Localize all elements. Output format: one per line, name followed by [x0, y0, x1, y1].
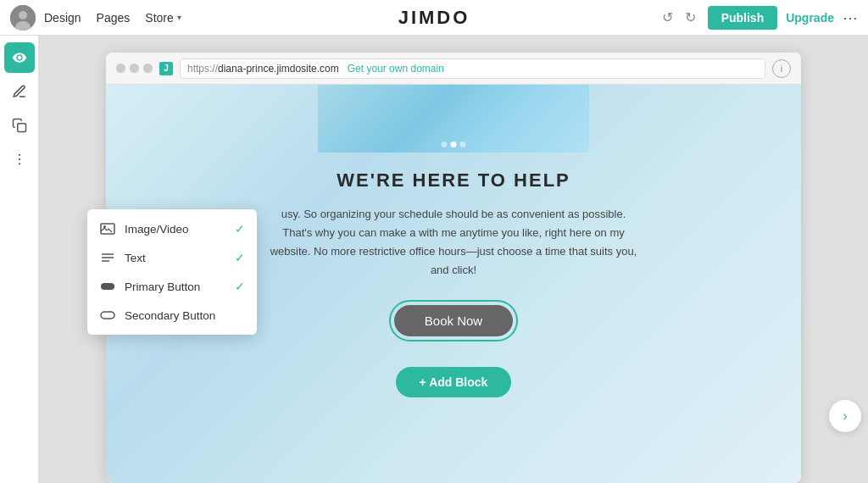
sidebar-pen-button[interactable] — [4, 76, 35, 107]
dot-yellow — [130, 64, 139, 73]
browser-dots — [116, 64, 153, 73]
browser-favicon: J — [159, 62, 173, 75]
nav-right: ↺ ↻ Publish Upgrade ⋯ — [659, 6, 858, 30]
primary-button-check: ✓ — [235, 280, 245, 293]
text-icon — [99, 251, 116, 264]
chevron-down-icon: ▾ — [177, 13, 181, 22]
browser-bar: J https:// diana-prince.jimdosite.com Ge… — [106, 53, 801, 85]
dropdown-item-text[interactable]: Text ✓ — [87, 243, 257, 272]
avatar[interactable] — [10, 5, 36, 31]
svg-point-5 — [18, 158, 19, 160]
sidebar-eye-button[interactable] — [4, 42, 35, 73]
book-btn-wrapper: Book Now — [389, 300, 518, 341]
pages-link[interactable]: Pages — [97, 11, 131, 25]
undo-button[interactable]: ↺ — [659, 8, 676, 27]
upgrade-button[interactable]: Upgrade — [786, 11, 834, 25]
svg-point-1 — [19, 11, 27, 19]
image-video-icon — [99, 222, 116, 236]
redo-button[interactable]: ↻ — [682, 8, 699, 27]
dropdown-item-primary-button[interactable]: Primary Button ✓ — [87, 272, 257, 301]
nav-links: Design Pages Store ▾ — [44, 11, 181, 25]
section-text: usy. So organizing your schedule should … — [267, 205, 640, 280]
undo-redo-group: ↺ ↻ — [659, 8, 699, 27]
browser-url-bar[interactable]: https:// diana-prince.jimdosite.com Get … — [180, 58, 765, 79]
book-now-button[interactable]: Book Now — [394, 305, 513, 336]
browser-info-button[interactable]: i — [772, 59, 791, 78]
more-options-button[interactable]: ⋯ — [843, 8, 858, 27]
svg-point-6 — [18, 163, 19, 164]
image-video-check: ✓ — [235, 222, 245, 236]
dropdown-item-image-video[interactable]: Image/Video ✓ — [87, 214, 257, 243]
sidebar — [0, 36, 39, 483]
dropdown-item-secondary-button-label: Secondary Button — [125, 309, 215, 322]
top-navigation: Design Pages Store ▾ JIMDO ↺ ↻ Publish U… — [0, 0, 868, 36]
url-domain: diana-prince.jimdosite.com — [218, 63, 339, 75]
secondary-button-icon — [99, 308, 116, 322]
dropdown-item-secondary-button[interactable]: Secondary Button — [87, 301, 257, 330]
svg-point-4 — [18, 154, 19, 156]
publish-button[interactable]: Publish — [708, 6, 778, 30]
section-title: WE'RE HERE TO HELP — [337, 169, 570, 192]
design-link[interactable]: Design — [44, 11, 81, 25]
primary-button-icon — [99, 280, 116, 293]
dropdown-item-image-video-label: Image/Video — [125, 223, 189, 236]
block-type-dropdown: Image/Video ✓ Text ✓ — [87, 209, 257, 335]
main-area: J https:// diana-prince.jimdosite.com Ge… — [0, 36, 868, 483]
text-check: ✓ — [235, 251, 245, 264]
store-link[interactable]: Store ▾ — [145, 11, 181, 25]
sidebar-copy-button[interactable] — [4, 110, 35, 141]
add-block-bar: + Add Block — [396, 367, 512, 397]
dropdown-item-text-label: Text — [125, 252, 146, 264]
content-area: J https:// diana-prince.jimdosite.com Ge… — [39, 36, 868, 483]
sidebar-more-button[interactable] — [4, 144, 35, 175]
get-own-domain-link[interactable]: Get your own domain — [348, 63, 444, 75]
svg-point-8 — [103, 225, 106, 228]
dot-red — [116, 64, 125, 73]
jimdo-logo: JIMDO — [398, 7, 470, 29]
dropdown-item-primary-button-label: Primary Button — [125, 280, 200, 293]
svg-rect-3 — [17, 124, 25, 132]
svg-rect-12 — [101, 283, 114, 290]
svg-rect-13 — [101, 312, 114, 319]
dot-green — [143, 64, 153, 73]
add-block-button[interactable]: + Add Block — [396, 367, 512, 397]
url-https: https:// — [187, 63, 218, 75]
nav-arrow-right-button[interactable]: › — [829, 400, 861, 432]
